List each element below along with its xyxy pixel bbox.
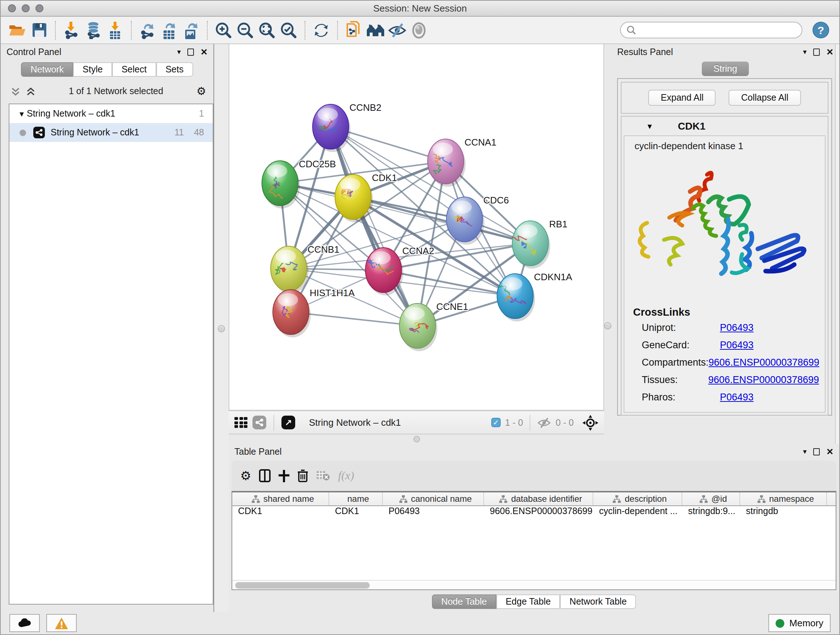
network-row-selected[interactable]: String Network – cdk1 11 48 xyxy=(9,123,213,142)
column-header-name[interactable]: name xyxy=(329,492,383,505)
tab-string[interactable]: String xyxy=(702,62,748,76)
warnings-button[interactable] xyxy=(46,614,77,632)
panel-float-icon[interactable] xyxy=(813,448,820,455)
collapse-all-button[interactable]: Collapse All xyxy=(729,90,801,106)
node-HIST1H1A[interactable]: HIST1H1A xyxy=(273,287,355,337)
panel-close-icon[interactable]: ✕ xyxy=(826,48,834,57)
network-share-icon[interactable] xyxy=(253,416,266,429)
table-horizontal-scrollbar[interactable] xyxy=(232,580,836,589)
tab-select[interactable]: Select xyxy=(112,62,156,77)
refresh-button[interactable] xyxy=(312,20,331,40)
column-header-shared-name[interactable]: shared name xyxy=(232,492,329,505)
panel-float-icon[interactable] xyxy=(813,49,820,56)
cloud-status-button[interactable] xyxy=(9,614,40,632)
node-CCNE1[interactable]: CCNE1 xyxy=(399,301,468,351)
column-header-canonical-name[interactable]: canonical name xyxy=(383,492,484,505)
panel-menu-icon[interactable]: ▾ xyxy=(177,49,181,56)
node-CDC6[interactable]: CDC6 xyxy=(447,195,509,245)
selected-checkbox-icon[interactable]: ✓ xyxy=(491,418,501,427)
right-splitter-handle[interactable] xyxy=(604,322,611,329)
panel-close-icon[interactable]: ✕ xyxy=(201,48,208,57)
node-CDC25B[interactable]: CDC25B xyxy=(262,158,336,209)
network-canvas[interactable]: CCNB2CCNA1CDC25BCDK1CDC6RB1CCNB1CCNA2CDK… xyxy=(229,44,604,410)
panel-close-icon[interactable]: ✕ xyxy=(826,448,834,456)
show-graphics-details-button[interactable] xyxy=(409,20,428,40)
zoom-in-button[interactable] xyxy=(214,20,233,40)
column-header-description[interactable]: description xyxy=(593,492,682,505)
birdseye-view-icon[interactable]: ↗ xyxy=(281,416,295,429)
column-header-@id[interactable]: @id xyxy=(682,492,740,505)
table-cell[interactable]: stringdb xyxy=(740,506,827,519)
zoom-fit-button[interactable] xyxy=(257,20,276,40)
delete-table-icon[interactable] xyxy=(317,470,330,481)
help-button[interactable]: ? xyxy=(813,22,829,38)
expand-all-button[interactable]: Expand All xyxy=(649,90,716,106)
results-scrollbar[interactable] xyxy=(835,44,839,444)
search-field[interactable] xyxy=(620,22,802,38)
search-input[interactable] xyxy=(639,24,796,36)
expand-all-icon[interactable] xyxy=(26,87,35,96)
grid-view-icon[interactable] xyxy=(234,417,248,428)
panel-menu-icon[interactable]: ▾ xyxy=(803,448,807,455)
tab-edge-table[interactable]: Edge Table xyxy=(496,594,561,609)
node-RB1[interactable]: RB1 xyxy=(512,219,568,269)
crosslink-link[interactable]: 9606.ENSP00000378699 xyxy=(708,374,819,385)
left-splitter-handle[interactable] xyxy=(218,325,225,333)
import-table-button[interactable] xyxy=(106,20,125,40)
tab-network-table[interactable]: Network Table xyxy=(560,594,636,609)
crosslink-link[interactable]: P06493 xyxy=(720,322,753,333)
network-overview-button[interactable] xyxy=(366,20,385,40)
table-options-gear-icon[interactable]: ⚙ xyxy=(240,470,251,482)
tree-expander-icon[interactable]: ▼ xyxy=(18,110,27,118)
show-columns-icon[interactable] xyxy=(259,469,271,482)
horizontal-splitter-handle[interactable] xyxy=(413,436,420,442)
section-expander-icon[interactable]: ▼ xyxy=(646,122,653,130)
tab-sets[interactable]: Sets xyxy=(156,62,193,77)
node-CDKN1A[interactable]: CDKN1A xyxy=(497,272,572,321)
table-cell[interactable]: stringdb:9... xyxy=(682,506,740,519)
table-cell[interactable]: P06493 xyxy=(383,506,484,519)
node-CDK1[interactable]: CDK1 xyxy=(335,172,397,222)
right-splitter[interactable] xyxy=(604,44,611,444)
create-column-icon[interactable] xyxy=(279,470,290,482)
open-session-button[interactable] xyxy=(8,20,27,40)
function-builder-icon[interactable]: f(x) xyxy=(338,469,354,482)
crosslink-link[interactable]: P06493 xyxy=(720,392,753,402)
crosslink-link[interactable]: P06493 xyxy=(720,340,753,350)
panel-float-icon[interactable] xyxy=(187,49,194,56)
table-cell[interactable]: CDK1 xyxy=(232,506,329,519)
tab-node-table[interactable]: Node Table xyxy=(432,594,496,609)
export-network-button[interactable] xyxy=(138,20,157,40)
node-CCNB2[interactable]: CCNB2 xyxy=(313,102,381,152)
crosshair-icon[interactable] xyxy=(583,415,598,431)
zoom-out-button[interactable] xyxy=(236,20,255,40)
memory-button[interactable]: Memory xyxy=(768,614,831,632)
hide-unhide-button[interactable] xyxy=(388,20,407,40)
import-network-from-database-button[interactable] xyxy=(84,20,103,40)
node-CCNA1[interactable]: CCNA1 xyxy=(428,137,496,187)
tab-style[interactable]: Style xyxy=(73,62,112,77)
export-image-button[interactable] xyxy=(182,20,201,40)
column-header-namespace[interactable]: namespace xyxy=(740,492,827,505)
collapse-all-icon[interactable] xyxy=(11,87,20,96)
horizontal-splitter[interactable] xyxy=(229,434,604,444)
zoom-selected-button[interactable] xyxy=(279,20,298,40)
network-options-gear-icon[interactable]: ⚙ xyxy=(196,86,206,97)
scrollbar-thumb[interactable] xyxy=(235,582,370,589)
export-table-button[interactable] xyxy=(160,20,179,40)
crosslink-link[interactable]: 9606.ENSP00000378699 xyxy=(709,357,819,368)
import-network-from-file-button[interactable] xyxy=(62,20,81,40)
save-session-button[interactable] xyxy=(30,20,49,40)
table-row[interactable]: CDK1CDK1P064939606.ENSP00000378699cyclin… xyxy=(232,506,836,519)
column-header-database-identifier[interactable]: database identifier xyxy=(484,492,593,505)
table-cell[interactable]: 9606.ENSP00000378699 xyxy=(484,506,593,519)
delete-column-trash-icon[interactable] xyxy=(298,469,309,482)
left-splitter[interactable] xyxy=(213,44,229,612)
gene-section-header[interactable]: ▼ CDK1 xyxy=(622,117,828,135)
table-cell[interactable]: cyclin-dependent ... xyxy=(593,506,682,519)
panel-menu-icon[interactable]: ▾ xyxy=(803,49,807,56)
network-collection-row[interactable]: ▼ String Network – cdk1 1 xyxy=(9,104,213,123)
table-cell[interactable]: CDK1 xyxy=(329,506,383,519)
tab-network[interactable]: Network xyxy=(21,62,73,77)
clone-network-button[interactable] xyxy=(344,20,363,40)
